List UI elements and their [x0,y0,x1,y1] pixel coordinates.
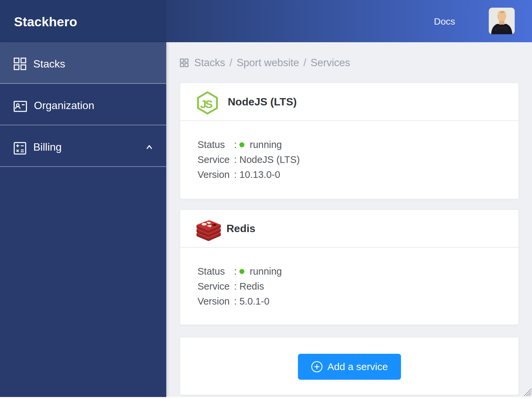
svg-text:S: S [205,98,213,110]
